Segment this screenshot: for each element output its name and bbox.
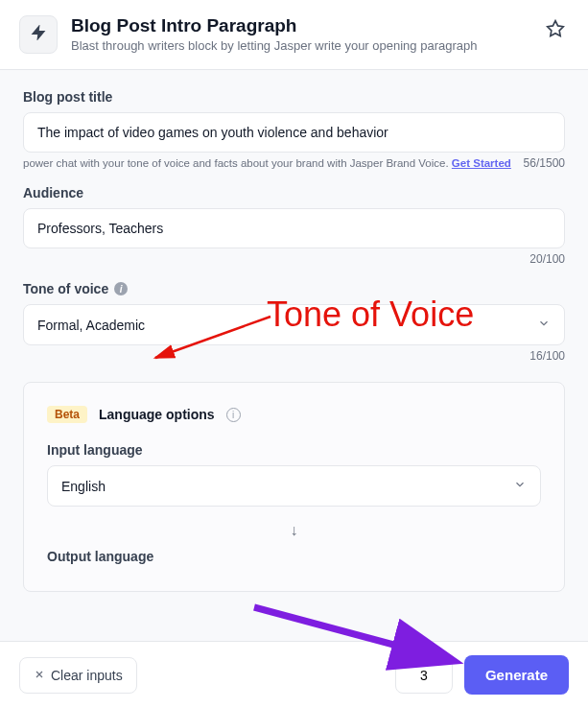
generate-button[interactable]: Generate — [464, 655, 569, 695]
app-header: Blog Post Intro Paragraph Blast through … — [0, 0, 588, 70]
svg-marker-0 — [548, 21, 564, 36]
form-content: Blog post title power chat with your ton… — [0, 70, 588, 592]
tone-label: Tone of voice i — [23, 281, 565, 296]
input-language-group: Input language English — [47, 442, 541, 507]
audience-counter: 20/100 — [23, 252, 565, 266]
output-language-group: Output language — [47, 549, 541, 564]
tone-group: Tone of voice i Formal, Academic 16/100 — [23, 281, 565, 363]
input-language-label: Input language — [47, 442, 541, 458]
language-title: Language options — [99, 407, 215, 422]
blog-title-counter: 56/1500 — [524, 156, 565, 170]
header-text: Blog Post Intro Paragraph Blast through … — [71, 15, 529, 53]
favorite-button[interactable] — [542, 15, 569, 45]
audience-label: Audience — [23, 185, 565, 201]
close-icon — [34, 668, 45, 683]
tone-counter: 16/100 — [23, 349, 565, 363]
input-language-select[interactable]: English — [47, 465, 541, 507]
page-title: Blog Post Intro Paragraph — [71, 15, 529, 36]
page-subtitle: Blast through writers block by letting J… — [71, 38, 529, 53]
footer-bar: Clear inputs Generate — [0, 641, 588, 708]
lightning-icon — [31, 25, 46, 44]
blog-title-hint-row: power chat with your tone of voice and f… — [23, 156, 565, 170]
star-icon — [546, 27, 565, 41]
clear-label: Clear inputs — [51, 668, 123, 683]
brand-voice-hint: power chat with your tone of voice and f… — [23, 157, 511, 169]
tone-select[interactable]: Formal, Academic — [23, 304, 565, 345]
language-options-card: Beta Language options i Input language E… — [23, 382, 565, 592]
beta-badge: Beta — [47, 406, 87, 423]
template-icon-box — [19, 15, 58, 54]
arrow-down-icon: ↓ — [47, 522, 541, 539]
blog-title-label: Blog post title — [23, 89, 565, 105]
tone-value: Formal, Academic — [37, 318, 145, 333]
output-language-label: Output language — [47, 549, 541, 564]
blog-title-input[interactable] — [23, 112, 565, 153]
output-count-input[interactable] — [395, 657, 453, 694]
audience-input[interactable] — [23, 208, 565, 248]
info-icon[interactable]: i — [114, 282, 128, 295]
audience-group: Audience 20/100 — [23, 185, 565, 266]
clear-inputs-button[interactable]: Clear inputs — [19, 657, 137, 694]
chevron-down-icon — [537, 317, 551, 333]
blog-title-group: Blog post title power chat with your ton… — [23, 89, 565, 170]
chevron-down-icon — [513, 478, 527, 494]
input-language-value: English — [61, 479, 106, 494]
language-header: Beta Language options i — [47, 406, 541, 423]
footer-right: Generate — [395, 655, 569, 695]
info-icon[interactable]: i — [226, 408, 241, 422]
get-started-link[interactable]: Get Started — [452, 157, 511, 169]
